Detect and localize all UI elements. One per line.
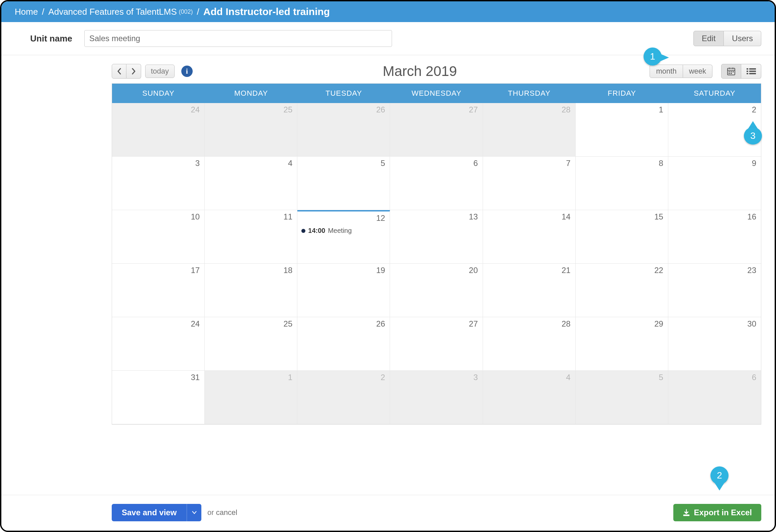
calendar-cell[interactable]: 28 bbox=[483, 317, 576, 371]
day-number: 3 bbox=[195, 159, 200, 168]
svg-rect-11 bbox=[747, 71, 748, 72]
day-number: 30 bbox=[747, 319, 756, 329]
day-header: WEDNESDAY bbox=[390, 84, 483, 103]
event-dot-icon bbox=[301, 229, 305, 233]
svg-rect-9 bbox=[747, 68, 748, 70]
day-number: 13 bbox=[469, 212, 478, 221]
calendar-cell[interactable]: 24 bbox=[112, 317, 205, 371]
calendar-cell[interactable]: 30 bbox=[668, 317, 761, 371]
next-button[interactable] bbox=[126, 64, 141, 79]
view-month-button[interactable]: month bbox=[650, 65, 683, 78]
export-excel-button[interactable]: Export in Excel bbox=[673, 504, 761, 521]
calendar-cell[interactable]: 13 bbox=[390, 210, 483, 264]
breadcrumb-home[interactable]: Home bbox=[15, 7, 38, 17]
unit-name-label: Unit name bbox=[15, 33, 75, 44]
svg-rect-12 bbox=[749, 71, 756, 72]
calendar-cell[interactable]: 9 bbox=[668, 157, 761, 210]
calendar-cell[interactable]: 10 bbox=[112, 210, 205, 264]
day-number: 17 bbox=[191, 266, 200, 275]
day-number: 28 bbox=[562, 105, 571, 114]
calendar-cell[interactable]: 1 bbox=[205, 371, 297, 424]
day-number: 24 bbox=[191, 105, 200, 114]
chevron-right-icon bbox=[131, 68, 136, 75]
breadcrumb-course[interactable]: Advanced Features of TalentLMS bbox=[48, 7, 177, 17]
calendar-cell[interactable]: 26 bbox=[297, 317, 390, 371]
calendar-cell[interactable]: 5 bbox=[576, 371, 668, 424]
day-header: TUESDAY bbox=[297, 84, 390, 103]
calendar-cell[interactable]: 23 bbox=[668, 264, 761, 317]
save-and-view-button[interactable]: Save and view bbox=[112, 504, 187, 521]
calendar-cell[interactable]: 29 bbox=[576, 317, 668, 371]
view-week-button[interactable]: week bbox=[683, 65, 712, 78]
list-view-button[interactable] bbox=[741, 64, 761, 79]
calendar-cell[interactable]: 20 bbox=[390, 264, 483, 317]
svg-rect-10 bbox=[749, 68, 756, 70]
calendar-event[interactable]: 14:00 Meeting bbox=[301, 227, 386, 235]
calendar-cell[interactable]: 19 bbox=[297, 264, 390, 317]
calendar-cell[interactable]: 11 bbox=[205, 210, 297, 264]
calendar-cell[interactable]: 7 bbox=[483, 157, 576, 210]
day-number: 18 bbox=[284, 266, 293, 275]
day-number: 6 bbox=[473, 159, 478, 168]
calendar-cell[interactable]: 8 bbox=[576, 157, 668, 210]
breadcrumb-separator: / bbox=[42, 7, 44, 17]
calendar-cell[interactable]: 25 bbox=[205, 103, 297, 157]
calendar-cell[interactable]: 6 bbox=[390, 157, 483, 210]
caret-down-icon bbox=[192, 511, 197, 514]
calendar-cell[interactable]: 2 bbox=[297, 371, 390, 424]
day-header: MONDAY bbox=[205, 84, 297, 103]
day-number: 29 bbox=[654, 319, 663, 329]
tab-users[interactable]: Users bbox=[724, 31, 761, 46]
calendar-cell[interactable]: 28 bbox=[483, 103, 576, 157]
calendar-cell[interactable]: 14 bbox=[483, 210, 576, 264]
day-number: 31 bbox=[191, 373, 200, 382]
day-number: 23 bbox=[747, 266, 756, 275]
calendar-cell[interactable]: 2 bbox=[668, 103, 761, 157]
today-button[interactable]: today bbox=[145, 65, 175, 78]
or-cancel-text: or cancel bbox=[207, 508, 237, 517]
calendar-cell[interactable]: 26 bbox=[297, 103, 390, 157]
calendar-cell[interactable]: 4 bbox=[205, 157, 297, 210]
day-number: 16 bbox=[747, 212, 756, 221]
calendar-cell[interactable]: 5 bbox=[297, 157, 390, 210]
svg-rect-13 bbox=[747, 73, 748, 74]
calendar-cell[interactable]: 1 bbox=[576, 103, 668, 157]
calendar-cell[interactable]: 6 bbox=[668, 371, 761, 424]
day-number: 1 bbox=[288, 373, 292, 382]
unit-name-input[interactable] bbox=[84, 30, 392, 47]
day-number: 7 bbox=[566, 159, 570, 168]
day-number: 14 bbox=[562, 212, 571, 221]
list-icon bbox=[747, 68, 756, 75]
cancel-link[interactable]: cancel bbox=[216, 508, 237, 517]
calendar-cell[interactable]: 25 bbox=[205, 317, 297, 371]
calendar-cell[interactable]: 27 bbox=[390, 317, 483, 371]
calendar-cell[interactable]: 18 bbox=[205, 264, 297, 317]
calendar-cell[interactable]: 4 bbox=[483, 371, 576, 424]
svg-rect-6 bbox=[733, 71, 734, 72]
day-number: 10 bbox=[191, 212, 200, 221]
calendar-cell[interactable]: 3 bbox=[112, 157, 205, 210]
day-number: 25 bbox=[284, 105, 293, 114]
calendar-cell[interactable]: 21 bbox=[483, 264, 576, 317]
calendar-view-button[interactable] bbox=[721, 64, 741, 79]
calendar-cell[interactable]: 15 bbox=[576, 210, 668, 264]
calendar-cell[interactable]: 3 bbox=[390, 371, 483, 424]
breadcrumb: Home / Advanced Features of TalentLMS (0… bbox=[1, 1, 775, 22]
calendar-cell[interactable]: 27 bbox=[390, 103, 483, 157]
day-number: 4 bbox=[566, 373, 570, 382]
calendar-cell[interactable]: 24 bbox=[112, 103, 205, 157]
info-icon[interactable]: i bbox=[181, 66, 193, 77]
calendar-cell[interactable]: 1214:00 Meeting bbox=[297, 210, 390, 264]
calendar-cell[interactable]: 16 bbox=[668, 210, 761, 264]
day-number: 26 bbox=[376, 319, 385, 329]
day-number: 25 bbox=[284, 319, 293, 329]
day-number: 26 bbox=[376, 105, 385, 114]
prev-button[interactable] bbox=[112, 64, 126, 79]
calendar-cell[interactable]: 31 bbox=[112, 371, 205, 424]
save-dropdown-button[interactable] bbox=[187, 504, 201, 521]
day-header: THURSDAY bbox=[483, 84, 576, 103]
tab-edit[interactable]: Edit bbox=[693, 31, 724, 46]
calendar-cell[interactable]: 17 bbox=[112, 264, 205, 317]
day-number: 2 bbox=[752, 105, 756, 114]
calendar-cell[interactable]: 22 bbox=[576, 264, 668, 317]
